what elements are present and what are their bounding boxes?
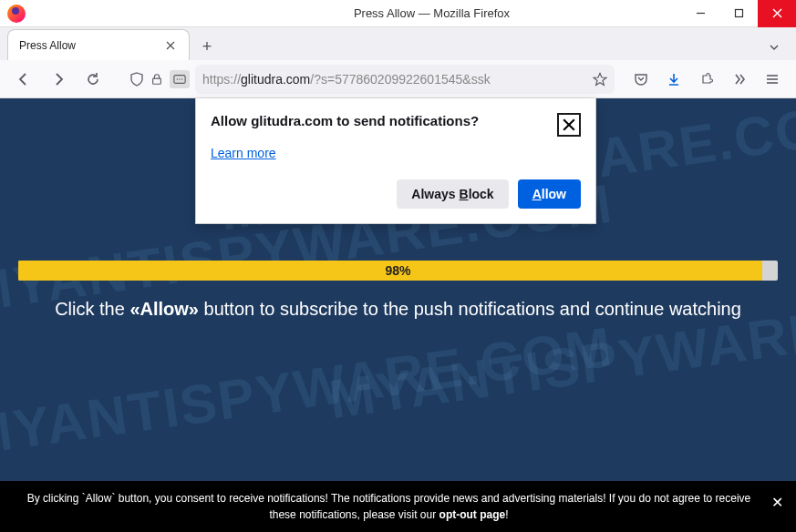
- window-title: Press Allow — Mozilla Firefox: [182, 6, 681, 20]
- firefox-logo-icon: [7, 5, 26, 23]
- allow-button[interactable]: Allow: [518, 179, 581, 209]
- close-window-button[interactable]: [758, 0, 796, 27]
- address-bar[interactable]: https://glitudra.com/?s=5778602099226015…: [195, 65, 615, 94]
- maximize-icon: [734, 8, 744, 18]
- consent-text: By clicking `Allow` button, you consent …: [27, 492, 751, 521]
- arrow-left-icon: [16, 72, 31, 87]
- tab-strip: Press Allow +: [0, 27, 796, 60]
- close-icon: [563, 118, 575, 131]
- hamburger-icon: [765, 72, 780, 87]
- overflow-button[interactable]: [725, 65, 754, 94]
- tab-title: Press Allow: [19, 39, 156, 52]
- chevron-double-right-icon: [732, 72, 747, 87]
- minimize-button[interactable]: [681, 0, 719, 27]
- svg-rect-1: [735, 10, 742, 17]
- notification-title: Allow glitudra.com to send notifications…: [211, 113, 479, 128]
- shield-icon[interactable]: [129, 72, 144, 87]
- page-instruction: Click the «Allow» button to subscribe to…: [0, 299, 796, 320]
- svg-point-8: [177, 78, 178, 79]
- lock-icon[interactable]: [150, 72, 164, 87]
- window-titlebar: Press Allow — Mozilla Firefox: [0, 0, 796, 27]
- forward-button[interactable]: [44, 65, 73, 94]
- app-menu-button[interactable]: [758, 65, 787, 94]
- url-text: https://glitudra.com/?s=5778602099226015…: [202, 72, 587, 87]
- back-button[interactable]: [9, 65, 38, 94]
- notification-close-button[interactable]: [557, 113, 581, 137]
- minimize-icon: [696, 8, 706, 18]
- pocket-icon: [634, 72, 648, 87]
- opt-out-link[interactable]: opt-out page: [439, 508, 506, 521]
- watermark-text: MYANTISPYWARE.COM: [0, 315, 617, 468]
- puzzle-icon: [699, 72, 714, 87]
- window-controls: [681, 0, 796, 27]
- close-icon: [166, 41, 175, 50]
- svg-point-10: [181, 78, 182, 79]
- reload-button[interactable]: [78, 65, 108, 94]
- maximize-button[interactable]: [719, 0, 758, 27]
- progress-label: 98%: [18, 261, 778, 281]
- tabs-dropdown-button[interactable]: [761, 35, 787, 60]
- downloads-button[interactable]: [659, 65, 688, 94]
- arrow-right-icon: [51, 72, 66, 87]
- consent-close-button[interactable]: ✕: [771, 492, 783, 514]
- svg-rect-6: [153, 78, 161, 84]
- always-block-button[interactable]: Always Block: [397, 179, 508, 209]
- navigation-toolbar: https://glitudra.com/?s=5778602099226015…: [0, 60, 796, 98]
- learn-more-link[interactable]: Learn more: [211, 146, 276, 160]
- extensions-button[interactable]: [692, 65, 721, 94]
- progress-bar: 98%: [18, 261, 778, 281]
- browser-tab[interactable]: Press Allow: [7, 29, 190, 60]
- tab-close-button[interactable]: [163, 38, 178, 53]
- chevron-down-icon: [769, 42, 780, 53]
- titlebar-left: [0, 5, 182, 23]
- reload-icon: [86, 72, 100, 87]
- notification-permission-popup: Allow glitudra.com to send notifications…: [195, 98, 596, 224]
- pocket-button[interactable]: [626, 65, 656, 94]
- svg-point-9: [179, 78, 180, 79]
- consent-bar: By clicking `Allow` button, you consent …: [0, 481, 796, 532]
- new-tab-button[interactable]: +: [193, 33, 221, 60]
- close-icon: [772, 8, 782, 18]
- download-icon: [667, 72, 681, 87]
- permissions-icon[interactable]: [170, 70, 190, 88]
- bookmark-star-icon[interactable]: [593, 72, 607, 87]
